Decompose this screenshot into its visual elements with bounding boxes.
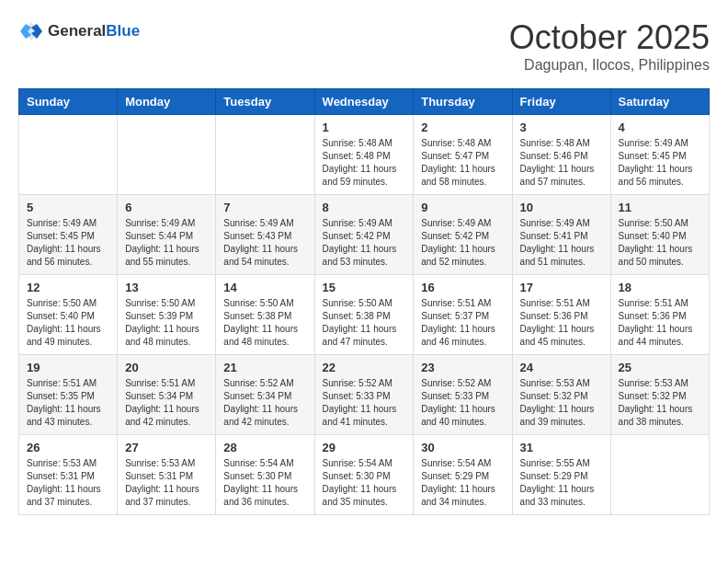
day-info: Sunrise: 5:49 AM Sunset: 5:45 PM Dayligh… xyxy=(619,137,701,189)
weekday-header: Saturday xyxy=(610,89,709,115)
calendar-cell xyxy=(216,115,314,195)
calendar-week-row: 12Sunrise: 5:50 AM Sunset: 5:40 PM Dayli… xyxy=(19,275,710,355)
calendar-cell: 12Sunrise: 5:50 AM Sunset: 5:40 PM Dayli… xyxy=(19,275,118,355)
day-number: 6 xyxy=(125,201,208,214)
calendar-cell: 13Sunrise: 5:50 AM Sunset: 5:39 PM Dayli… xyxy=(118,275,216,355)
weekday-header: Thursday xyxy=(414,89,512,115)
calendar-cell: 21Sunrise: 5:52 AM Sunset: 5:34 PM Dayli… xyxy=(216,355,314,435)
calendar-cell: 11Sunrise: 5:50 AM Sunset: 5:40 PM Dayli… xyxy=(610,195,709,275)
day-number: 24 xyxy=(520,361,603,374)
day-info: Sunrise: 5:50 AM Sunset: 5:38 PM Dayligh… xyxy=(223,297,306,349)
calendar-cell: 27Sunrise: 5:53 AM Sunset: 5:31 PM Dayli… xyxy=(118,435,216,515)
weekday-header: Friday xyxy=(512,89,610,115)
day-info: Sunrise: 5:53 AM Sunset: 5:31 PM Dayligh… xyxy=(27,457,109,509)
day-number: 31 xyxy=(520,441,603,454)
day-info: Sunrise: 5:48 AM Sunset: 5:48 PM Dayligh… xyxy=(323,137,406,189)
logo: GeneralBlue xyxy=(18,18,140,44)
day-number: 9 xyxy=(421,201,504,214)
day-info: Sunrise: 5:49 AM Sunset: 5:41 PM Dayligh… xyxy=(520,217,603,269)
day-number: 30 xyxy=(421,441,504,454)
calendar-week-row: 26Sunrise: 5:53 AM Sunset: 5:31 PM Dayli… xyxy=(19,435,710,515)
day-info: Sunrise: 5:51 AM Sunset: 5:36 PM Dayligh… xyxy=(520,297,603,349)
day-number: 17 xyxy=(520,281,603,294)
day-number: 28 xyxy=(223,441,306,454)
day-info: Sunrise: 5:52 AM Sunset: 5:33 PM Dayligh… xyxy=(421,377,504,429)
weekday-header: Wednesday xyxy=(314,89,414,115)
day-info: Sunrise: 5:48 AM Sunset: 5:46 PM Dayligh… xyxy=(520,137,603,189)
day-info: Sunrise: 5:50 AM Sunset: 5:38 PM Dayligh… xyxy=(323,297,406,349)
day-number: 2 xyxy=(421,121,504,134)
day-info: Sunrise: 5:54 AM Sunset: 5:29 PM Dayligh… xyxy=(421,457,504,509)
calendar-cell: 14Sunrise: 5:50 AM Sunset: 5:38 PM Dayli… xyxy=(216,275,314,355)
calendar-cell: 23Sunrise: 5:52 AM Sunset: 5:33 PM Dayli… xyxy=(414,355,512,435)
calendar-cell xyxy=(610,435,709,515)
day-info: Sunrise: 5:53 AM Sunset: 5:32 PM Dayligh… xyxy=(619,377,701,429)
calendar-cell: 10Sunrise: 5:49 AM Sunset: 5:41 PM Dayli… xyxy=(512,195,610,275)
calendar-cell: 18Sunrise: 5:51 AM Sunset: 5:36 PM Dayli… xyxy=(610,275,709,355)
calendar-table: SundayMondayTuesdayWednesdayThursdayFrid… xyxy=(18,88,710,515)
day-info: Sunrise: 5:53 AM Sunset: 5:32 PM Dayligh… xyxy=(520,377,603,429)
day-number: 16 xyxy=(421,281,504,294)
calendar-cell: 6Sunrise: 5:49 AM Sunset: 5:44 PM Daylig… xyxy=(118,195,216,275)
day-number: 29 xyxy=(323,441,406,454)
calendar-week-row: 19Sunrise: 5:51 AM Sunset: 5:35 PM Dayli… xyxy=(19,355,710,435)
calendar-cell: 31Sunrise: 5:55 AM Sunset: 5:29 PM Dayli… xyxy=(512,435,610,515)
day-number: 4 xyxy=(619,121,701,134)
calendar-cell: 29Sunrise: 5:54 AM Sunset: 5:30 PM Dayli… xyxy=(314,435,414,515)
title-area: October 2025 Dagupan, Ilocos, Philippine… xyxy=(509,18,710,74)
day-info: Sunrise: 5:49 AM Sunset: 5:43 PM Dayligh… xyxy=(223,217,306,269)
day-number: 27 xyxy=(125,441,208,454)
day-info: Sunrise: 5:49 AM Sunset: 5:42 PM Dayligh… xyxy=(323,217,406,269)
day-info: Sunrise: 5:55 AM Sunset: 5:29 PM Dayligh… xyxy=(520,457,603,509)
calendar-cell: 4Sunrise: 5:49 AM Sunset: 5:45 PM Daylig… xyxy=(610,115,709,195)
month-title: October 2025 xyxy=(509,18,710,57)
day-info: Sunrise: 5:50 AM Sunset: 5:40 PM Dayligh… xyxy=(27,297,109,349)
calendar-cell: 3Sunrise: 5:48 AM Sunset: 5:46 PM Daylig… xyxy=(512,115,610,195)
calendar-cell: 24Sunrise: 5:53 AM Sunset: 5:32 PM Dayli… xyxy=(512,355,610,435)
logo-icon xyxy=(18,18,44,44)
calendar-cell: 30Sunrise: 5:54 AM Sunset: 5:29 PM Dayli… xyxy=(414,435,512,515)
calendar-cell: 5Sunrise: 5:49 AM Sunset: 5:45 PM Daylig… xyxy=(19,195,118,275)
day-info: Sunrise: 5:48 AM Sunset: 5:47 PM Dayligh… xyxy=(421,137,504,189)
day-number: 13 xyxy=(125,281,208,294)
calendar-cell: 22Sunrise: 5:52 AM Sunset: 5:33 PM Dayli… xyxy=(314,355,414,435)
day-number: 5 xyxy=(27,201,109,214)
day-number: 22 xyxy=(323,361,406,374)
day-number: 8 xyxy=(323,201,406,214)
weekday-header: Monday xyxy=(118,89,216,115)
day-info: Sunrise: 5:51 AM Sunset: 5:36 PM Dayligh… xyxy=(619,297,701,349)
day-number: 25 xyxy=(619,361,701,374)
day-number: 20 xyxy=(125,361,208,374)
calendar-cell: 17Sunrise: 5:51 AM Sunset: 5:36 PM Dayli… xyxy=(512,275,610,355)
day-info: Sunrise: 5:53 AM Sunset: 5:31 PM Dayligh… xyxy=(125,457,208,509)
day-number: 26 xyxy=(27,441,109,454)
day-info: Sunrise: 5:49 AM Sunset: 5:45 PM Dayligh… xyxy=(27,217,109,269)
calendar-header-row: SundayMondayTuesdayWednesdayThursdayFrid… xyxy=(19,89,710,115)
day-number: 10 xyxy=(520,201,603,214)
logo-text: GeneralBlue xyxy=(48,22,140,40)
calendar-cell: 15Sunrise: 5:50 AM Sunset: 5:38 PM Dayli… xyxy=(314,275,414,355)
day-number: 23 xyxy=(421,361,504,374)
weekday-header: Sunday xyxy=(19,89,118,115)
day-number: 11 xyxy=(619,201,701,214)
day-info: Sunrise: 5:49 AM Sunset: 5:44 PM Dayligh… xyxy=(125,217,208,269)
day-number: 3 xyxy=(520,121,603,134)
day-number: 19 xyxy=(27,361,109,374)
calendar-cell xyxy=(19,115,118,195)
calendar-week-row: 1Sunrise: 5:48 AM Sunset: 5:48 PM Daylig… xyxy=(19,115,710,195)
calendar-cell: 2Sunrise: 5:48 AM Sunset: 5:47 PM Daylig… xyxy=(414,115,512,195)
day-info: Sunrise: 5:51 AM Sunset: 5:37 PM Dayligh… xyxy=(421,297,504,349)
day-info: Sunrise: 5:50 AM Sunset: 5:40 PM Dayligh… xyxy=(619,217,701,269)
calendar-cell: 16Sunrise: 5:51 AM Sunset: 5:37 PM Dayli… xyxy=(414,275,512,355)
day-info: Sunrise: 5:54 AM Sunset: 5:30 PM Dayligh… xyxy=(223,457,306,509)
day-number: 18 xyxy=(619,281,701,294)
calendar-cell: 1Sunrise: 5:48 AM Sunset: 5:48 PM Daylig… xyxy=(314,115,414,195)
day-number: 1 xyxy=(323,121,406,134)
day-info: Sunrise: 5:52 AM Sunset: 5:33 PM Dayligh… xyxy=(323,377,406,429)
day-info: Sunrise: 5:51 AM Sunset: 5:34 PM Dayligh… xyxy=(125,377,208,429)
calendar-cell xyxy=(118,115,216,195)
location-subtitle: Dagupan, Ilocos, Philippines xyxy=(509,57,710,74)
day-info: Sunrise: 5:54 AM Sunset: 5:30 PM Dayligh… xyxy=(323,457,406,509)
page-header: GeneralBlue October 2025 Dagupan, Ilocos… xyxy=(18,18,710,74)
day-info: Sunrise: 5:50 AM Sunset: 5:39 PM Dayligh… xyxy=(125,297,208,349)
